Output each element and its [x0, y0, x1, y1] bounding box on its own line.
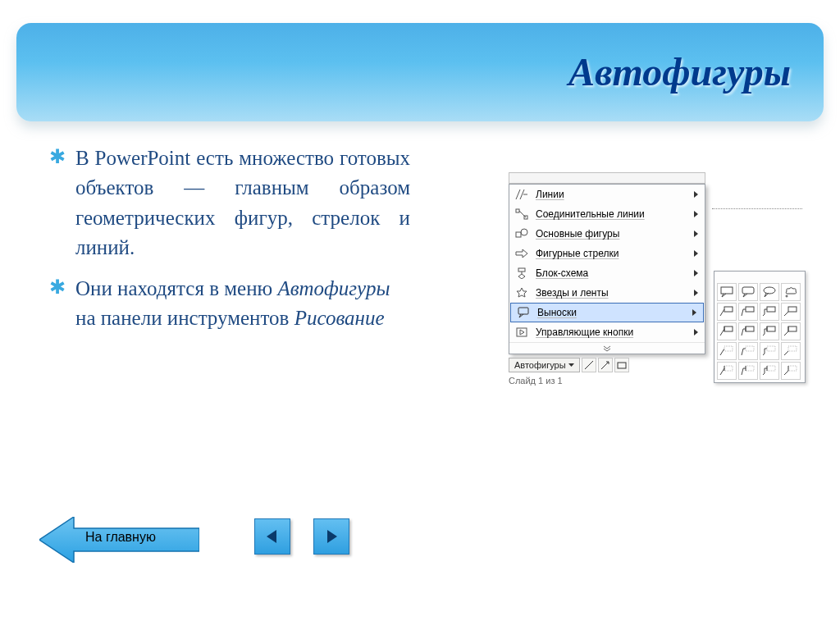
bullet-item: ✱ Они находятся в меню Автофигуры на пан… — [49, 274, 410, 334]
back-to-main-label: На главную — [85, 530, 156, 545]
bullet-icon: ✱ — [49, 274, 66, 334]
chevron-right-icon — [694, 329, 698, 336]
svg-rect-21 — [746, 346, 754, 351]
menu-item-action-buttons[interactable]: Управляющие кнопки — [509, 322, 705, 342]
callout-noborder-1[interactable] — [717, 342, 737, 360]
callout-shape-oval[interactable] — [760, 283, 779, 301]
callout-noborder-3[interactable] — [760, 342, 779, 360]
bullet-text: В PowerPoint есть множество готовых объе… — [75, 144, 410, 262]
connectors-icon — [513, 207, 531, 221]
menu-item-callouts[interactable]: Выноски — [510, 303, 704, 322]
menu-label: Фигурные стрелки — [536, 248, 694, 259]
slide-placeholder-edge — [712, 208, 802, 215]
menu-label: Управляющие кнопки — [536, 326, 694, 338]
bullet-icon: ✱ — [49, 144, 66, 262]
svg-point-3 — [521, 229, 527, 235]
bullet-text: Они находятся в меню Автофигуры на панел… — [75, 274, 410, 334]
callout-noborder-2[interactable] — [738, 342, 758, 360]
autoshapes-dropdown-button[interactable]: Автофигуры — [509, 358, 580, 372]
menu-label: Линии — [536, 189, 694, 200]
line-tool[interactable] — [582, 358, 596, 372]
svg-rect-15 — [788, 307, 797, 312]
menu-label: Блок-схема — [536, 267, 694, 279]
svg-rect-14 — [767, 307, 775, 312]
menu-label: Звезды и ленты — [536, 287, 694, 299]
svg-rect-17 — [746, 326, 754, 331]
svg-rect-6 — [517, 328, 527, 336]
autoshapes-button-label: Автофигуры — [514, 360, 566, 370]
menu-label: Основные фигуры — [536, 228, 694, 240]
svg-rect-24 — [724, 366, 733, 371]
basic-shapes-icon — [513, 226, 531, 241]
callout-accent-3[interactable] — [760, 322, 779, 340]
chevron-right-icon — [692, 309, 696, 316]
callout-accent-4[interactable] — [781, 322, 801, 340]
prev-slide-button[interactable] — [254, 518, 290, 555]
svg-rect-18 — [767, 326, 775, 331]
menu-item-stars-banners[interactable]: Звезды и ленты — [509, 283, 705, 303]
callout-line-3[interactable] — [760, 303, 779, 321]
menu-item-block-arrows[interactable]: Фигурные стрелки — [509, 244, 705, 263]
bullet-item: ✱ В PowerPoint есть множество готовых об… — [49, 144, 410, 262]
svg-rect-12 — [724, 307, 733, 312]
menu-label: Выноски — [537, 307, 692, 318]
svg-rect-16 — [724, 326, 733, 331]
svg-rect-23 — [788, 346, 797, 351]
callouts-icon — [514, 305, 532, 320]
menu-item-connectors[interactable]: Соединительные линии — [509, 204, 705, 224]
callout-bar-3[interactable] — [760, 362, 779, 380]
callout-bar-2[interactable] — [738, 362, 758, 380]
autoshapes-menu-screenshot: Линии Соединительные линии Основные фигу… — [509, 172, 804, 386]
stars-icon — [513, 285, 531, 300]
svg-rect-25 — [746, 366, 754, 371]
arrow-tool[interactable] — [598, 358, 613, 372]
chevron-down-icon — [568, 363, 574, 368]
menu-item-basic-shapes[interactable]: Основные фигуры — [509, 224, 705, 244]
triangle-left-icon — [263, 527, 281, 546]
menu-item-flowchart[interactable]: Блок-схема — [509, 263, 705, 283]
callout-accent-1[interactable] — [717, 322, 737, 340]
callout-shape-rounded[interactable] — [738, 283, 758, 301]
callout-line-2[interactable] — [738, 303, 758, 321]
svg-rect-2 — [516, 232, 521, 237]
svg-rect-8 — [721, 287, 733, 294]
callout-bar-1[interactable] — [717, 362, 737, 380]
triangle-right-icon — [322, 527, 340, 546]
callout-line-4[interactable] — [781, 303, 801, 321]
flowchart-icon — [513, 266, 531, 281]
svg-rect-27 — [788, 366, 797, 371]
svg-rect-13 — [746, 307, 754, 312]
chevron-right-icon — [694, 231, 698, 237]
svg-rect-19 — [788, 326, 797, 331]
svg-rect-0 — [516, 209, 519, 212]
nav-buttons — [254, 518, 349, 555]
page-title: Автофигуры — [568, 49, 791, 94]
back-to-main-button[interactable]: На главную — [39, 517, 199, 563]
menu-expand-chevron[interactable] — [509, 342, 705, 354]
callout-noborder-4[interactable] — [781, 342, 801, 360]
svg-rect-4 — [518, 268, 525, 272]
autoshapes-menu-panel: Линии Соединительные линии Основные фигу… — [509, 184, 705, 354]
callout-bar-4[interactable] — [781, 362, 801, 380]
next-slide-button[interactable] — [313, 518, 349, 555]
callout-accent-2[interactable] — [738, 322, 758, 340]
callout-shape-cloud[interactable] — [781, 283, 801, 301]
menu-grip — [509, 172, 705, 184]
callout-shape-rect[interactable] — [717, 283, 737, 301]
chevron-right-icon — [694, 270, 698, 276]
svg-rect-9 — [742, 287, 754, 294]
menu-item-lines[interactable]: Линии — [509, 185, 705, 204]
callout-line-1[interactable] — [717, 303, 737, 321]
svg-rect-26 — [767, 366, 775, 371]
block-arrows-icon — [513, 246, 531, 261]
menu-label: Соединительные линии — [536, 208, 694, 220]
svg-rect-7 — [618, 363, 626, 368]
callouts-palette — [714, 271, 806, 383]
svg-point-10 — [764, 287, 775, 294]
rectangle-tool[interactable] — [614, 358, 629, 372]
svg-rect-20 — [724, 346, 733, 351]
svg-point-11 — [786, 295, 788, 297]
chevron-right-icon — [694, 250, 698, 257]
content-area: ✱ В PowerPoint есть множество готовых об… — [49, 144, 410, 345]
svg-rect-5 — [518, 308, 528, 314]
